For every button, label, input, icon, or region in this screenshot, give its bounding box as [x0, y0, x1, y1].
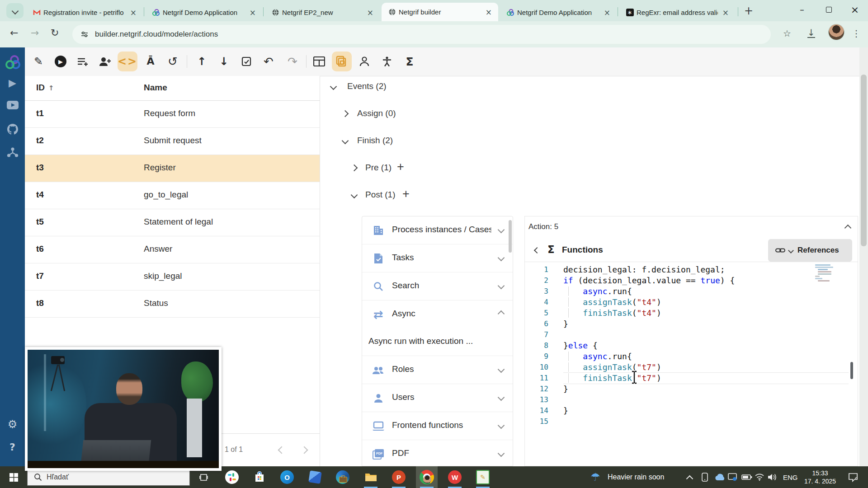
function-item-search[interactable]: Search: [362, 272, 513, 300]
browser-tab-demo-app-1[interactable]: Netgrif Demo Application ×: [146, 4, 262, 21]
forward-icon[interactable]: →: [31, 27, 39, 38]
code-line[interactable]: 7: [525, 329, 849, 340]
function-item-users[interactable]: Users: [362, 384, 513, 412]
chevron-down-icon[interactable]: [342, 137, 349, 145]
redo-button[interactable]: ↷: [283, 52, 302, 71]
chevron-right-icon[interactable]: [351, 164, 358, 172]
browser-tab-demo-app-2[interactable]: Netgrif Demo Application ×: [500, 4, 617, 21]
table-row[interactable]: t4go_to_legal: [25, 182, 320, 209]
functions-scrollbar-thumb[interactable]: [509, 220, 512, 253]
gear-icon[interactable]: ⚙: [0, 418, 25, 431]
browser-tab-registration[interactable]: Registration invite - petriflo ×: [26, 4, 143, 21]
save-note-button[interactable]: [236, 52, 256, 71]
tab-close-icon[interactable]: ×: [248, 8, 258, 17]
phone-link-icon[interactable]: [701, 466, 709, 488]
copies-view-button[interactable]: [332, 52, 352, 71]
chevron-down-icon[interactable]: [351, 192, 358, 199]
table-row[interactable]: t5Statement of legal: [25, 209, 320, 236]
assign-node-label[interactable]: Assign (0): [357, 108, 396, 118]
file-explorer-button[interactable]: [360, 466, 382, 488]
code-line[interactable]: 9 async.run{: [525, 351, 849, 362]
finish-node-label[interactable]: Finish (2): [357, 136, 393, 145]
weather-label[interactable]: Heavier rain soon: [608, 466, 664, 488]
run-tool-button[interactable]: ▶: [51, 52, 71, 71]
collapse-panel-icon[interactable]: [844, 225, 852, 232]
chrome-button[interactable]: [416, 466, 438, 488]
add-pre-action-button[interactable]: +: [397, 160, 404, 174]
code-line[interactable]: 10 assignTask("t7"): [525, 362, 849, 373]
onedrive-icon[interactable]: [714, 466, 725, 488]
function-item-pdf[interactable]: PDF PDF: [362, 440, 513, 468]
editor-scrollbar-thumb[interactable]: [850, 362, 853, 379]
mail-app-button[interactable]: [304, 466, 326, 488]
code-line[interactable]: 14}: [525, 405, 849, 416]
code-line[interactable]: 15: [525, 416, 849, 427]
next-page-icon[interactable]: [301, 446, 308, 454]
table-row[interactable]: t8Status: [25, 291, 320, 318]
browser-tab-ep2[interactable]: Netgrif EP2_new ×: [265, 4, 380, 21]
github-icon[interactable]: [0, 123, 25, 135]
playlist-add-button[interactable]: [73, 52, 93, 71]
function-item-tasks[interactable]: Tasks: [362, 244, 513, 272]
table-row[interactable]: t1Request form: [25, 101, 320, 128]
code-line[interactable]: 5 finishTask("t4"): [525, 308, 849, 319]
powerpoint-button[interactable]: P: [388, 466, 410, 488]
language-indicator[interactable]: ENG: [783, 466, 798, 488]
slack-button[interactable]: [221, 466, 243, 488]
browser-tab-netgrif-builder-active[interactable]: Netgrif builder ×: [382, 3, 498, 21]
pre-node-label[interactable]: Pre (1): [365, 163, 392, 173]
accessibility-view-button[interactable]: [377, 52, 397, 71]
actions-code-button[interactable]: <>: [118, 52, 137, 71]
post-node-label[interactable]: Post (1): [365, 190, 396, 200]
browser-tab-regexr[interactable]: ∗ RegExr: email address valid ×: [619, 4, 735, 21]
editor-minimap[interactable]: [815, 263, 838, 282]
tab-close-icon[interactable]: ×: [128, 8, 138, 17]
code-line[interactable]: 12}: [525, 384, 849, 394]
chevron-right-icon[interactable]: [342, 110, 349, 117]
edge-work-button[interactable]: [332, 466, 354, 488]
new-tab-button[interactable]: +: [744, 5, 753, 17]
tab-close-icon[interactable]: ×: [721, 8, 731, 17]
menu-kebab-icon[interactable]: ⋮: [852, 28, 861, 39]
action-center-icon[interactable]: [848, 466, 858, 488]
tab-close-icon[interactable]: ×: [365, 8, 375, 17]
person-add-button[interactable]: [95, 52, 115, 71]
code-lines[interactable]: 1decision_legal: f.decision_legal;2if (d…: [525, 264, 849, 427]
code-line[interactable]: 11 finishTask("t7"): [525, 373, 849, 384]
code-line[interactable]: 2if (decision_legal.value == true) {: [525, 275, 849, 286]
references-button[interactable]: References: [768, 239, 852, 262]
table-row[interactable]: t7skip_legal: [25, 263, 320, 291]
store-button[interactable]: [249, 466, 270, 488]
sigma-functions-button[interactable]: Σ: [400, 52, 420, 71]
person-view-button[interactable]: [354, 52, 374, 71]
upload-button[interactable]: ↑: [192, 52, 212, 71]
page-scrollbar[interactable]: [859, 47, 868, 466]
column-header-id[interactable]: ID↑: [36, 83, 54, 93]
column-header-name[interactable]: Name: [144, 83, 167, 93]
table-view-button[interactable]: [309, 52, 329, 71]
site-settings-icon[interactable]: [80, 30, 89, 38]
start-button[interactable]: [3, 466, 24, 488]
code-line[interactable]: 3 async.run{: [525, 286, 849, 297]
function-item-frontend[interactable]: Frontend functions: [362, 412, 513, 440]
code-line[interactable]: 8}else {: [525, 340, 849, 351]
table-row[interactable]: t6Answer: [25, 236, 320, 263]
edit-tool-button[interactable]: ✎: [28, 52, 48, 71]
window-maximize-button[interactable]: [816, 0, 842, 19]
taskbar-search-box[interactable]: Hľadať: [27, 469, 190, 486]
function-item-process-instances[interactable]: Process instances / Cases: [362, 216, 513, 244]
taskbar-clock[interactable]: 15:33 17. 4. 2025: [799, 469, 841, 485]
translate-button[interactable]: Ā: [141, 52, 160, 71]
reload-icon[interactable]: ↻: [51, 27, 59, 38]
battery-icon[interactable]: [741, 466, 752, 488]
function-item-async-run[interactable]: Async run with execution ...: [362, 328, 513, 356]
youtube-icon[interactable]: [0, 101, 25, 109]
tab-close-icon[interactable]: ×: [484, 8, 494, 17]
workflow-icon[interactable]: [0, 147, 25, 158]
notepad-button[interactable]: ✎: [472, 466, 494, 488]
browser-profile-avatar[interactable]: [828, 24, 844, 40]
wps-button[interactable]: W: [444, 466, 466, 488]
weather-icon[interactable]: ☂: [590, 466, 600, 488]
wifi-icon[interactable]: [755, 466, 764, 488]
undo-button[interactable]: ↶: [259, 52, 278, 71]
